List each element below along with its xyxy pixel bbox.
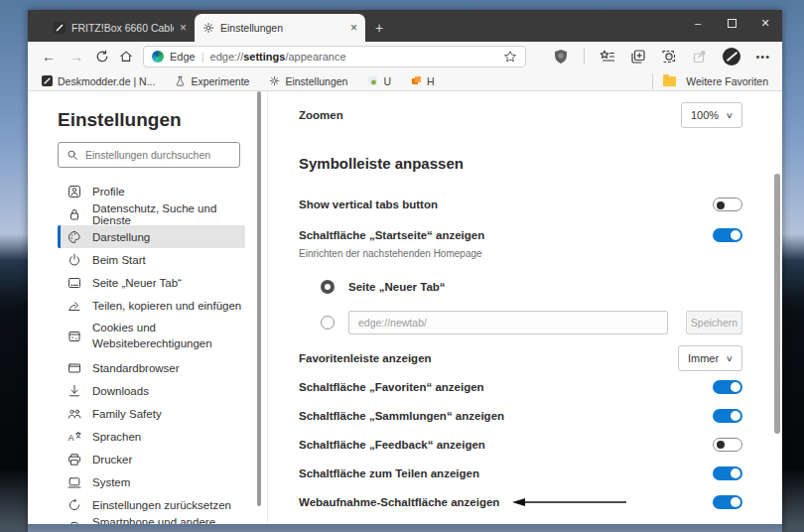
share-icon[interactable] (692, 49, 708, 65)
sidebar-item-label: Standardbrowser (92, 362, 180, 374)
sidebar-item-zuruecksetzen[interactable]: Einstellungen zurücksetzen (58, 493, 245, 516)
back-button[interactable]: ← (40, 49, 58, 65)
collections-toggle[interactable] (713, 409, 742, 423)
sidebar-item-label: Einstellungen zurücksetzen (92, 499, 231, 511)
toolbar-separator (584, 49, 585, 65)
favorites-bar: Deskmodder.de | N... Experimente Einstel… (28, 71, 782, 91)
tab-title: Einstellungen (220, 22, 344, 34)
refresh-icon[interactable] (95, 50, 109, 64)
home-button-toggle[interactable] (713, 228, 742, 242)
sidebar-item-profile[interactable]: Profile (58, 180, 245, 202)
webcapture-toggle[interactable] (713, 495, 742, 509)
favorite-experimente[interactable]: Experimente (175, 75, 249, 87)
sidebar-item-neuer-tab[interactable]: Seite „Neuer Tab“ (58, 271, 245, 294)
toolbar-icons: ••• (553, 48, 770, 66)
setting-label: Schaltfläche „Startseite“ anzeigen (299, 229, 484, 241)
sidebar-item-system[interactable]: System (58, 470, 245, 493)
vertical-tabs-toggle[interactable] (713, 198, 742, 211)
main-scrollbar[interactable] (774, 174, 780, 434)
sidebar-item-label: Seite „Neuer Tab“ (92, 277, 182, 289)
webcapture-row: Webaufnahme-Schaltfläche anzeigen (299, 487, 742, 516)
vertical-tabs-row: Show vertical tabs button (299, 192, 742, 217)
reset-icon (67, 498, 81, 512)
home-icon[interactable] (119, 50, 133, 64)
chevron-down-icon: ∨ (726, 111, 734, 120)
more-favorites[interactable]: Weitere Favoriten (652, 73, 768, 89)
svg-text:A: A (68, 432, 74, 442)
favorite-einstellungen[interactable]: Einstellungen (269, 75, 347, 87)
sidebar-item-label: Drucker (92, 454, 132, 466)
setting-label: Schaltfläche „Favoriten“ anzeigen (299, 381, 484, 393)
chevron-down-icon: ∨ (726, 354, 734, 363)
translate-icon: A (67, 430, 81, 444)
new-tab-button[interactable]: + (375, 20, 383, 36)
setting-label: Schaltfläche „Sammlungen“ anzeigen (299, 410, 504, 422)
newtab-radio-row: Seite „Neuer Tab“ (321, 277, 742, 297)
sidebar-item-downloads[interactable]: Downloads (58, 379, 245, 402)
favorite-star-icon[interactable] (503, 50, 517, 64)
sidebar-item-beim-start[interactable]: Beim Start (58, 248, 245, 271)
lock-icon (67, 207, 81, 221)
favbar-row: Favoritenleiste anzeigen Immer ∨ (299, 344, 742, 372)
favorite-h[interactable]: H (411, 75, 435, 87)
search-input[interactable]: Einstellungen durchsuchen (58, 142, 240, 168)
sidebar-scrollbar[interactable] (257, 91, 261, 506)
collections-row: Schaltfläche „Sammlungen“ anzeigen (299, 401, 742, 430)
sidebar-item-darstellung[interactable]: Darstellung (58, 225, 245, 248)
favorite-label: Deskmodder.de | N... (58, 75, 155, 87)
sidebar-item-family-safety[interactable]: Family Safety (58, 402, 245, 425)
browser-window: FRITZ!Box 6660 Cable mit neuen × Einstel… (28, 10, 782, 532)
zoom-dropdown[interactable]: 100% ∨ (681, 102, 742, 128)
web-capture-icon[interactable] (661, 49, 677, 65)
feedback-toggle[interactable] (713, 438, 742, 452)
sidebar-item-label: Downloads (92, 385, 149, 397)
homepage-url-input[interactable]: edge://newtab/ (348, 311, 668, 334)
favorite-u[interactable]: U (367, 75, 391, 87)
palette-icon (67, 230, 81, 244)
minimize-button[interactable]: – (681, 10, 715, 36)
more-menu-icon[interactable]: ••• (755, 51, 770, 63)
tab-einstellungen[interactable]: Einstellungen × (195, 14, 365, 42)
browser-window-icon (67, 361, 81, 375)
forward-button[interactable]: → (67, 49, 85, 65)
favorite-deskmodder[interactable]: Deskmodder.de | N... (42, 75, 155, 87)
address-separator: | (201, 51, 204, 63)
save-button[interactable]: Speichern (686, 311, 742, 334)
sidebar-item-label: System (92, 476, 130, 488)
sidebar-item-teilen[interactable]: Teilen, kopieren und einfügen (58, 294, 245, 317)
address-bar[interactable]: Edge | edge://settings/appearance (143, 46, 526, 67)
sidebar-item-cookies[interactable]: Cookies und Websiteberechtigungen (58, 317, 245, 356)
profile-avatar[interactable] (723, 48, 740, 66)
setting-label: Schaltfläche zum Teilen anzeigen (299, 467, 479, 479)
download-icon (67, 384, 81, 398)
sidebar-item-label: Sprachen (92, 431, 141, 443)
maximize-button[interactable] (715, 10, 748, 36)
favbar-dropdown[interactable]: Immer ∨ (678, 345, 742, 371)
sidebar-item-drucker[interactable]: Drucker (58, 448, 245, 470)
homepage-placeholder: edge://newtab/ (358, 317, 427, 329)
u-favicon (367, 75, 378, 86)
tab-strip: FRITZ!Box 6660 Cable mit neuen × Einstel… (28, 10, 383, 42)
tab-title: FRITZ!Box 6660 Cable mit neuen (71, 22, 174, 34)
tab-close-icon[interactable]: × (350, 21, 357, 35)
sidebar-item-standardbrowser[interactable]: Standardbrowser (58, 356, 245, 379)
sidebar-item-sprachen[interactable]: A Sprachen (58, 425, 245, 448)
close-button[interactable]: ✕ (748, 10, 782, 36)
sidebar-item-smartphone[interactable]: Smartphone und andere Geräte (58, 516, 245, 524)
share-toggle[interactable] (713, 466, 742, 480)
favorites-toggle[interactable] (713, 380, 742, 394)
laptop-icon (67, 475, 81, 489)
sidebar-item-label: Cookies und Websiteberechtigungen (92, 321, 241, 351)
settings-sidebar: Einstellungen Einstellungen durchsuchen … (28, 91, 268, 524)
tab-fritzbox[interactable]: FRITZ!Box 6660 Cable mit neuen × (46, 14, 195, 42)
ublock-extension-icon[interactable] (553, 49, 569, 65)
homepage-radio-row: edge://newtab/ Speichern (321, 311, 742, 334)
tab-close-icon[interactable]: × (180, 21, 187, 35)
radio-unselected[interactable] (321, 316, 335, 330)
sidebar-item-datenschutz[interactable]: Datenschutz, Suche und Dienste (58, 202, 245, 225)
collections-icon[interactable] (630, 49, 646, 65)
favorites-bar-icon[interactable] (600, 49, 615, 65)
radio-selected[interactable] (321, 280, 335, 294)
page-title: Einstellungen (58, 109, 267, 131)
cookies-icon (67, 330, 81, 343)
